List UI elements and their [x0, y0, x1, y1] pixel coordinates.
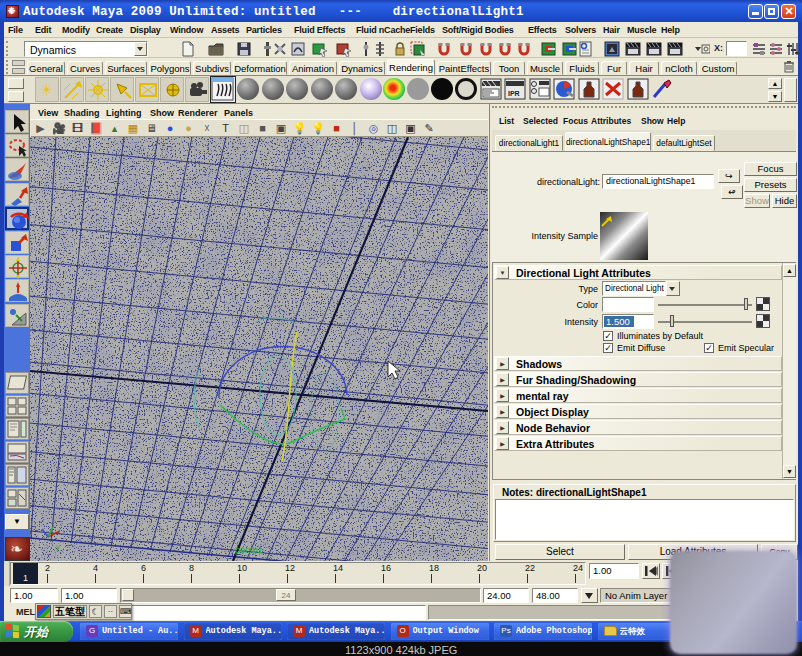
svg-text:persp1: persp1 [235, 545, 263, 555]
svg-text:IPR: IPR [508, 90, 520, 97]
svg-text:y: y [56, 542, 60, 551]
